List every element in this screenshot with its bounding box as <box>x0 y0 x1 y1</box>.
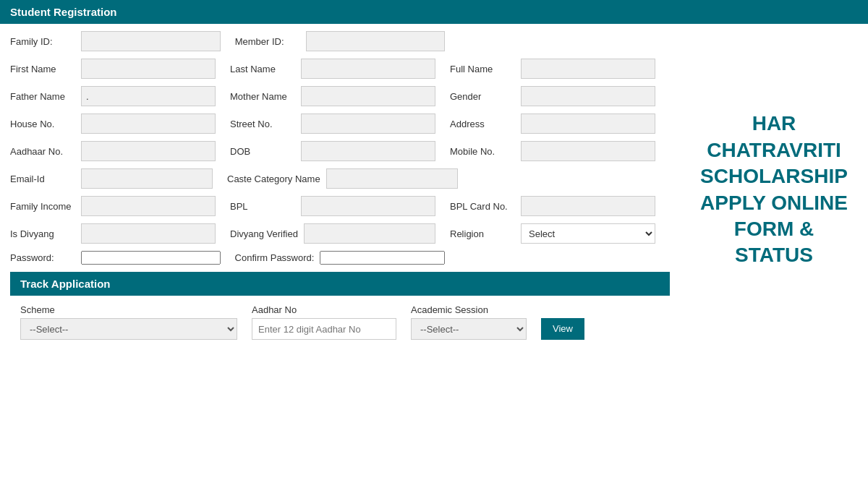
caste-category-group: Caste Category Name <box>227 168 458 189</box>
sidebar-promo: HAR CHATRAVRITI SCHOLARSHIP APPLY ONLINE… <box>680 24 868 356</box>
member-id-input[interactable] <box>306 31 446 51</box>
confirm-password-group: Confirm Password: <box>235 251 446 265</box>
aadhar-no-group: Aadhar No <box>252 304 396 340</box>
scheme-group: Scheme --Select-- <box>20 304 237 340</box>
scheme-select[interactable]: --Select-- <box>20 318 237 340</box>
gender-label: Gender <box>450 91 515 102</box>
last-name-label: Last Name <box>230 64 295 74</box>
member-id-label: Member ID: <box>235 36 300 47</box>
row-email-caste: Email-Id Caste Category Name <box>10 168 670 189</box>
is-divyang-input[interactable] <box>81 223 216 244</box>
last-name-input[interactable] <box>301 59 435 79</box>
bpl-label: BPL <box>230 201 295 212</box>
track-label: Track Application <box>20 278 110 290</box>
bpl-input[interactable] <box>301 196 435 216</box>
row-income-bpl: Family Income BPL BPL Card No. <box>10 196 670 216</box>
full-name-group: Full Name <box>450 59 655 79</box>
confirm-password-input[interactable] <box>320 251 445 265</box>
first-name-input[interactable] <box>81 59 216 79</box>
father-name-group: Father Name <box>10 86 216 106</box>
address-input[interactable] <box>521 114 655 134</box>
gender-input[interactable] <box>521 86 655 106</box>
dob-input[interactable] <box>301 141 435 161</box>
religion-label: Religion <box>450 228 515 239</box>
mobile-no-label: Mobile No. <box>450 146 515 157</box>
academic-session-select[interactable]: --Select-- <box>411 318 527 340</box>
mother-name-label: Mother Name <box>230 91 295 102</box>
bpl-card-no-group: BPL Card No. <box>450 196 655 216</box>
street-no-label: Street No. <box>230 119 295 129</box>
row-family-member: Family ID: Member ID: <box>10 31 670 51</box>
family-income-label: Family Income <box>10 201 75 212</box>
mobile-no-group: Mobile No. <box>450 141 655 161</box>
divyang-verified-label: Divyang Verified <box>230 228 298 239</box>
sidebar-title: HAR CHATRAVRITI SCHOLARSHIP APPLY ONLINE… <box>694 111 854 268</box>
is-divyang-label: Is Divyang <box>10 228 75 239</box>
mother-name-input[interactable] <box>301 86 435 106</box>
religion-select[interactable]: Select Hindu Muslim Christian Sikh Buddh… <box>521 223 655 244</box>
divyang-verified-group: Divyang Verified <box>230 223 435 244</box>
divyang-verified-input[interactable] <box>304 223 435 244</box>
family-id-group: Family ID: <box>10 31 221 51</box>
email-id-input[interactable] <box>81 168 213 189</box>
academic-session-label: Academic Session <box>411 304 527 315</box>
view-button[interactable]: View <box>541 318 584 340</box>
family-id-input[interactable] <box>81 31 221 51</box>
first-name-group: First Name <box>10 59 216 79</box>
row-father-mother-gender: Father Name Mother Name Gender <box>10 86 670 106</box>
gender-group: Gender <box>450 86 655 106</box>
confirm-password-label: Confirm Password: <box>235 252 315 263</box>
house-no-input[interactable] <box>81 114 216 134</box>
bpl-card-no-input[interactable] <box>521 196 655 216</box>
family-id-label: Family ID: <box>10 36 75 47</box>
aadhaar-no-group: Aadhaar No. <box>10 141 216 161</box>
row-aadhaar-dob-mobile: Aadhaar No. DOB Mobile No. <box>10 141 670 161</box>
street-no-input[interactable] <box>301 114 435 134</box>
row-names: First Name Last Name Full Name <box>10 59 670 79</box>
family-income-group: Family Income <box>10 196 216 216</box>
header-title: Student Registration <box>10 6 117 18</box>
aadhar-no-label: Aadhar No <box>252 304 396 315</box>
full-name-input[interactable] <box>521 59 655 79</box>
row-address: House No. Street No. Address <box>10 114 670 134</box>
house-no-group: House No. <box>10 114 216 134</box>
street-no-group: Street No. <box>230 114 435 134</box>
bpl-card-no-label: BPL Card No. <box>450 201 515 212</box>
is-divyang-group: Is Divyang <box>10 223 216 244</box>
row-divyang-religion: Is Divyang Divyang Verified Religion Sel… <box>10 223 670 244</box>
academic-session-group: Academic Session --Select-- <box>411 304 527 340</box>
full-name-label: Full Name <box>450 64 515 74</box>
password-group: Password: <box>10 251 221 265</box>
password-input[interactable] <box>81 251 221 265</box>
dob-label: DOB <box>230 146 295 157</box>
address-label: Address <box>450 119 515 129</box>
father-name-input[interactable] <box>81 86 216 106</box>
first-name-label: First Name <box>10 64 75 74</box>
scheme-label: Scheme <box>20 304 237 315</box>
house-no-label: House No. <box>10 119 75 129</box>
mobile-no-input[interactable] <box>521 141 655 161</box>
last-name-group: Last Name <box>230 59 435 79</box>
track-application-header: Track Application <box>10 272 670 296</box>
aadhar-no-input[interactable] <box>252 318 396 340</box>
registration-form: Family ID: Member ID: First Name Last Na… <box>0 24 680 356</box>
email-id-label: Email-Id <box>10 174 75 184</box>
aadhaar-no-label: Aadhaar No. <box>10 146 75 157</box>
aadhaar-no-input[interactable] <box>81 141 216 161</box>
caste-category-input[interactable] <box>326 168 458 189</box>
dob-group: DOB <box>230 141 435 161</box>
track-section: Scheme --Select-- Aadhar No Academic Ses… <box>10 296 670 348</box>
password-label: Password: <box>10 252 75 263</box>
caste-category-label: Caste Category Name <box>227 174 320 184</box>
email-id-group: Email-Id <box>10 168 213 189</box>
address-group: Address <box>450 114 655 134</box>
religion-group: Religion Select Hindu Muslim Christian S… <box>450 223 655 244</box>
row-password: Password: Confirm Password: <box>10 251 670 265</box>
family-income-input[interactable] <box>81 196 216 216</box>
bpl-group: BPL <box>230 196 435 216</box>
mother-name-group: Mother Name <box>230 86 435 106</box>
father-name-label: Father Name <box>10 91 75 102</box>
student-registration-header: Student Registration <box>0 0 868 24</box>
member-id-group: Member ID: <box>235 31 446 51</box>
